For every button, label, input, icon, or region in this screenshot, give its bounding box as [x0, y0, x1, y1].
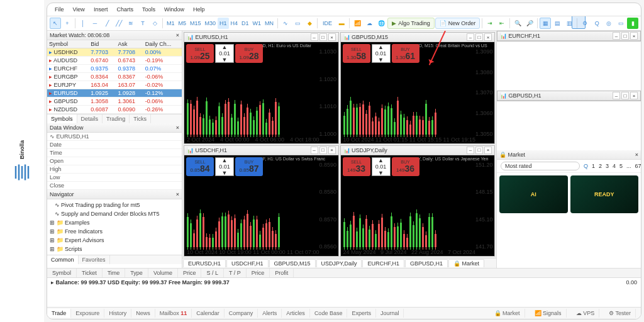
nav-item[interactable]: ⊞ 📁 Free Indicators [50, 227, 179, 236]
vline-icon[interactable]: │ [77, 18, 89, 29]
close-icon[interactable]: × [328, 147, 336, 154]
timeframe-M1[interactable]: M1 [165, 18, 177, 29]
min-icon[interactable]: – [467, 33, 474, 41]
book-icon[interactable]: ▬ [336, 18, 347, 29]
close-icon[interactable]: × [630, 32, 638, 40]
hline-icon[interactable]: ─ [89, 18, 101, 29]
menu-view[interactable]: View [69, 5, 89, 14]
max-icon[interactable]: □ [319, 147, 327, 154]
toolbox-tab-code base[interactable]: Code Base [310, 309, 348, 318]
chart-tab[interactable]: USDCHF,H1 [226, 259, 269, 267]
zoomin-icon[interactable]: 🔍 [512, 18, 523, 29]
timeframe-M30[interactable]: M30 [203, 18, 218, 29]
market-card[interactable]: READY [570, 175, 639, 213]
nav-item[interactable]: ⊞ 📁 Scripts [50, 245, 179, 253]
menu-window[interactable]: Window [160, 5, 188, 14]
symbol-row[interactable]: ▸ EURUSD1.09251.0928-0.12% [47, 89, 182, 97]
min-icon[interactable]: – [311, 33, 318, 41]
page-link[interactable]: 5 [619, 163, 623, 169]
menu-help[interactable]: Help [189, 5, 209, 14]
toolbox-tab-news[interactable]: News [131, 309, 155, 318]
tab-favorites[interactable]: Favorites [79, 255, 110, 264]
tile-icon[interactable]: ▦ [540, 18, 551, 29]
page-link[interactable]: ... [626, 163, 631, 169]
symbol-row[interactable]: ▸ GBPUSD1.30581.3061-0.06% [47, 97, 182, 106]
fibo-icon[interactable]: ≋ [125, 18, 136, 29]
nav-item[interactable]: ∿ Supply and Demand Order Blocks MT5 [50, 209, 179, 218]
indicator-icon[interactable]: ∿ [280, 18, 291, 29]
timeframe-W1[interactable]: W1 [251, 18, 264, 29]
close-icon[interactable]: × [328, 33, 336, 41]
fullscreen-icon[interactable]: ▮ [627, 18, 638, 29]
channel-icon[interactable]: ╱╱ [113, 18, 125, 29]
pref-icon[interactable]: ▭ [615, 18, 626, 29]
close-icon[interactable]: × [176, 32, 179, 38]
chart-tab[interactable]: 🔒 Market [448, 259, 484, 267]
algo-trading-button[interactable]: ▶ Algo Trading [387, 18, 435, 29]
menu-file[interactable]: File [51, 5, 68, 14]
close-icon[interactable]: × [484, 33, 492, 41]
market-filter-input[interactable] [501, 162, 580, 170]
menu-insert[interactable]: Insert [90, 5, 112, 14]
timeframe-M5[interactable]: M5 [177, 18, 189, 29]
toolbox-tab-calendar[interactable]: Calendar [192, 309, 225, 318]
timeframe-H4[interactable]: H4 [229, 18, 240, 29]
min-icon[interactable]: – [613, 92, 620, 99]
chart-USDJPY,Daily[interactable]: 📊 USDJPY,Daily–□×USDJPY, Daily: US Dolla… [340, 145, 496, 257]
timeframe-M15[interactable]: M15 [188, 18, 203, 29]
symbol-row[interactable]: ▸ EURCHF0.93750.93780.07% [47, 65, 182, 73]
status-market[interactable]: 🔒 Market [490, 309, 525, 318]
cursor-icon[interactable]: ↖ [50, 18, 61, 29]
close-icon[interactable]: × [635, 152, 638, 158]
trendline-icon[interactable]: ╱ [101, 18, 113, 29]
page-link[interactable]: 4 [613, 163, 616, 169]
chart-EURUSD,H1[interactable]: 📊 EURUSD,H1–□×EURUSD, H1: Euro vs US Dol… [184, 32, 339, 144]
nav-item[interactable]: ⊞ 📁 Examples [50, 218, 179, 227]
min-icon[interactable]: – [613, 32, 620, 40]
toolbox-tab-mailbox[interactable]: Mailbox 11 [155, 309, 192, 318]
page-link[interactable]: 3 [606, 163, 609, 169]
toolbox-tab-exposure[interactable]: Exposure [71, 309, 104, 318]
nav-item[interactable]: ∿ Pivot Trading pp trading for mt5 [50, 201, 179, 209]
min-icon[interactable]: – [311, 147, 318, 154]
market-card[interactable]: AI [499, 175, 568, 213]
chart-USDCHF,H1[interactable]: 📊 USDCHF,H1–□×USDCHF, H1: US Dollar vs S… [184, 145, 339, 257]
symbol-row[interactable]: ▸ NZDUSD0.60870.6090-0.26% [47, 106, 182, 114]
max-icon[interactable]: □ [475, 147, 483, 154]
chart-GBPUSD,H1[interactable]: 📊 GBPUSD,H1–□×GBPUSD, H1: Great Britain … [497, 91, 641, 101]
chart-tab[interactable]: GBPUSD,H1 [405, 259, 448, 267]
max-icon[interactable]: □ [475, 33, 483, 41]
toolbox-tab-journal[interactable]: Journal [376, 309, 404, 318]
target-icon[interactable]: ◎ [603, 18, 614, 29]
chart-EURCHF,H1[interactable]: 📊 EURCHF,H1–□×EURCHF, H1: Euro vs Swiss … [497, 31, 641, 42]
globe-icon[interactable]: 🌐 [375, 18, 387, 29]
tab-trading[interactable]: Trading [103, 114, 130, 123]
close-icon[interactable]: × [630, 92, 638, 99]
toolbox-tab-trade[interactable]: Trade [47, 309, 71, 318]
nav-item[interactable]: ⊞ 📁 Expert Advisors [50, 236, 179, 245]
new-order-button[interactable]: 📄 New Order [435, 18, 480, 29]
min-icon[interactable]: – [467, 147, 474, 154]
ide-button[interactable]: IDE [319, 18, 335, 29]
page-link[interactable]: 6782 [635, 163, 641, 169]
toolbox-tab-experts[interactable]: Experts [347, 309, 376, 318]
toolbox-tab-alerts[interactable]: Alerts [258, 309, 282, 318]
chart-tab[interactable]: EURCHF,H1 [362, 259, 404, 267]
symbol-row[interactable]: ▸ USDHKD7.77037.77080.00% [47, 48, 182, 57]
max-icon[interactable]: □ [319, 33, 327, 41]
toolbox-tab-company[interactable]: Company [225, 309, 258, 318]
close-icon[interactable]: × [484, 147, 492, 154]
tab-common[interactable]: Common [47, 255, 79, 264]
menu-charts[interactable]: Charts [113, 5, 137, 14]
crosshair-icon[interactable]: + [62, 18, 73, 29]
symbol-row[interactable]: ▸ AUDUSD0.67400.6743-0.19% [47, 57, 182, 65]
max-icon[interactable]: □ [621, 92, 629, 99]
chart-tab[interactable]: GBPUSD,M15 [269, 259, 316, 267]
page-link[interactable]: 2 [599, 163, 602, 169]
tab-ticks[interactable]: Ticks [130, 114, 151, 123]
symbol-row[interactable]: ▸ EURJPY163.04163.07-0.02% [47, 81, 182, 89]
max-icon[interactable]: □ [621, 32, 629, 40]
timeframe-D1[interactable]: D1 [240, 18, 251, 29]
chart-tab[interactable]: EURUSD,H1 [183, 259, 226, 267]
status-vps[interactable]: ☁ VPS [572, 309, 600, 318]
